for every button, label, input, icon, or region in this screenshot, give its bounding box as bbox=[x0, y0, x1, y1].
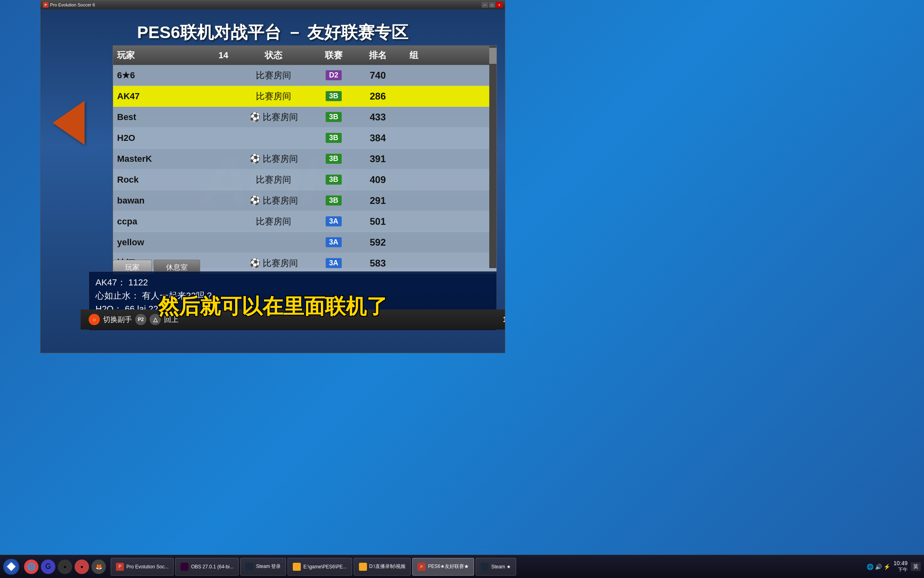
player-status: 比赛房间 bbox=[233, 90, 314, 102]
volume-icon: 🔊 bbox=[875, 564, 882, 570]
header-rank: 排名 bbox=[354, 49, 402, 61]
windows-icon bbox=[7, 562, 16, 571]
app-icon-steam bbox=[245, 563, 253, 571]
header-player: 玩家 bbox=[117, 49, 213, 61]
quick-launch-5[interactable]: 🦊 bbox=[91, 560, 106, 574]
player-league: 3B bbox=[314, 195, 354, 206]
taskbar-app-pes-folder[interactable]: E:\game\PES6\PE... bbox=[288, 558, 352, 576]
quick-launch-4[interactable]: ● bbox=[75, 560, 89, 574]
switch-button[interactable]: ○ 切换副手 P2 △ 回上 bbox=[89, 314, 178, 325]
taskbar-app-steam-login[interactable]: Steam 登录 bbox=[240, 558, 286, 576]
titlebar-title: Pro Evolution Soccer 6 bbox=[50, 2, 95, 7]
player-rank: 740 bbox=[354, 70, 402, 81]
game-time: 10:49 下午 bbox=[503, 315, 505, 324]
taskbar-app-video[interactable]: D:\直播录制\视频 bbox=[354, 558, 411, 576]
minimize-button[interactable]: − bbox=[482, 2, 488, 8]
player-status: ⚽ 比赛房间 bbox=[233, 257, 314, 269]
game-area: AOH PES6联机对战平台 － 友好联赛专区 玩家 14 状态 联赛 排名 组… bbox=[41, 9, 505, 353]
player-rank: 286 bbox=[354, 91, 402, 102]
taskbar-app-pes6-league[interactable]: P PES6★友好联赛★ bbox=[412, 558, 474, 576]
player-name: 6★6 bbox=[117, 70, 213, 81]
header-status: 状态 bbox=[233, 49, 314, 61]
scrollbar-thumb[interactable] bbox=[489, 48, 496, 64]
table-row[interactable]: ccpa 比赛房间 3A 501 bbox=[113, 211, 496, 232]
player-name: bawan bbox=[117, 195, 213, 206]
player-rank: 391 bbox=[354, 153, 402, 165]
sys-tray: 🌐 🔊 ⚡ bbox=[867, 564, 890, 570]
app-icon: P bbox=[43, 2, 49, 8]
battery-icon: ⚡ bbox=[883, 564, 890, 570]
language-indicator[interactable]: 英 bbox=[911, 562, 921, 571]
player-status: ⚽ 比赛房间 bbox=[233, 195, 314, 207]
app-icon-folder1 bbox=[293, 563, 301, 571]
taskbar-apps: P Pro Evolution Soc... OBS 27.0.1 (64-bi… bbox=[111, 558, 865, 576]
back-icon: △ bbox=[150, 314, 161, 325]
quick-launch-3[interactable]: ● bbox=[58, 560, 72, 574]
player-league: 3B bbox=[314, 112, 354, 122]
player-name: Best bbox=[117, 112, 213, 122]
titlebar: P Pro Evolution Soccer 6 − □ × bbox=[41, 0, 505, 9]
scrollbar[interactable] bbox=[489, 46, 496, 268]
player-name: H2O bbox=[117, 133, 213, 143]
table-row[interactable]: yellow 3A 592 bbox=[113, 232, 496, 253]
network-icon: 🌐 bbox=[867, 564, 873, 570]
game-bottom-strip: ○ 切换副手 P2 △ 回上 10:49 下午 bbox=[81, 309, 505, 330]
quick-launch-1[interactable]: 🌐 bbox=[24, 560, 38, 574]
titlebar-controls: − □ × bbox=[482, 2, 503, 8]
switch-icon: ○ bbox=[89, 314, 100, 325]
taskbar-right: 🌐 🔊 ⚡ 10:49 下午 英 bbox=[867, 560, 921, 573]
app-icon-folder2 bbox=[359, 563, 367, 571]
player-status: 比赛房间 bbox=[233, 69, 314, 81]
taskbar-quick-launch: 🌐 G ● ● 🦊 bbox=[24, 560, 106, 574]
player-rank: 409 bbox=[354, 174, 402, 185]
player-league: 3A bbox=[314, 258, 354, 268]
taskbar-app-steam[interactable]: Steam ★ bbox=[476, 558, 516, 576]
player-list-container: 玩家 14 状态 联赛 排名 组 6★6 比赛房间 D2 740 AK47 比赛… bbox=[113, 45, 497, 269]
app-icon-obs bbox=[180, 563, 188, 571]
sub-icon: P2 bbox=[135, 314, 146, 325]
player-league: 3B bbox=[314, 133, 354, 143]
maximize-button[interactable]: □ bbox=[489, 2, 495, 8]
titlebar-left: P Pro Evolution Soccer 6 bbox=[43, 2, 95, 8]
chat-line: 心如止水： 有人一起来22吗？ bbox=[95, 289, 490, 302]
app-icon-steam2 bbox=[481, 563, 489, 571]
taskbar-time: 10:49 下午 bbox=[894, 560, 908, 573]
steam-label: Steam ★ bbox=[491, 564, 511, 570]
player-rank: 433 bbox=[354, 112, 402, 123]
player-rank: 384 bbox=[354, 132, 402, 144]
player-rank: 583 bbox=[354, 258, 402, 269]
table-row[interactable]: 6★6 比赛房间 D2 740 bbox=[113, 65, 496, 86]
table-row[interactable]: Rock 比赛房间 3B 409 bbox=[113, 169, 496, 190]
quick-launch-2[interactable]: G bbox=[41, 560, 55, 574]
table-row[interactable]: AK47 比赛房间 3B 286 bbox=[113, 86, 496, 107]
player-league: 3B bbox=[314, 154, 354, 164]
player-league: D2 bbox=[314, 70, 354, 80]
player-name: MasterK bbox=[117, 154, 213, 164]
header-group: 组 bbox=[402, 49, 426, 61]
player-name: yellow bbox=[117, 237, 213, 248]
player-league: 3A bbox=[314, 216, 354, 226]
taskbar-app-pes[interactable]: P Pro Evolution Soc... bbox=[111, 558, 174, 576]
pes6-window: P Pro Evolution Soccer 6 − □ × AOH PES6联… bbox=[40, 0, 505, 353]
player-name: ccpa bbox=[117, 216, 213, 227]
player-league: 3A bbox=[314, 237, 354, 247]
player-league: 3B bbox=[314, 91, 354, 101]
table-row[interactable]: MasterK ⚽ 比赛房间 3B 391 bbox=[113, 149, 496, 169]
player-status: 比赛房间 bbox=[233, 174, 314, 186]
player-status: ⚽ 比赛房间 bbox=[233, 111, 314, 123]
player-rank: 291 bbox=[354, 195, 402, 206]
player-name: AK47 bbox=[117, 91, 213, 102]
taskbar-app-obs[interactable]: OBS 27.0.1 (64-bi... bbox=[175, 558, 239, 576]
back-arrow-button[interactable] bbox=[53, 101, 85, 145]
chat-line: AK47： 1122 bbox=[95, 276, 490, 289]
app-icon-pes: P bbox=[116, 563, 124, 571]
app-icon-pes6: P bbox=[417, 563, 426, 571]
player-name: Rock bbox=[117, 175, 213, 185]
player-rank: 501 bbox=[354, 216, 402, 227]
table-row[interactable]: Best ⚽ 比赛房间 3B 433 bbox=[113, 107, 496, 128]
table-row[interactable]: H2O 3B 384 bbox=[113, 128, 496, 149]
start-button[interactable] bbox=[3, 559, 19, 575]
header-count: 14 bbox=[213, 50, 233, 61]
table-row[interactable]: bawan ⚽ 比赛房间 3B 291 bbox=[113, 190, 496, 211]
close-button[interactable]: × bbox=[496, 2, 503, 8]
